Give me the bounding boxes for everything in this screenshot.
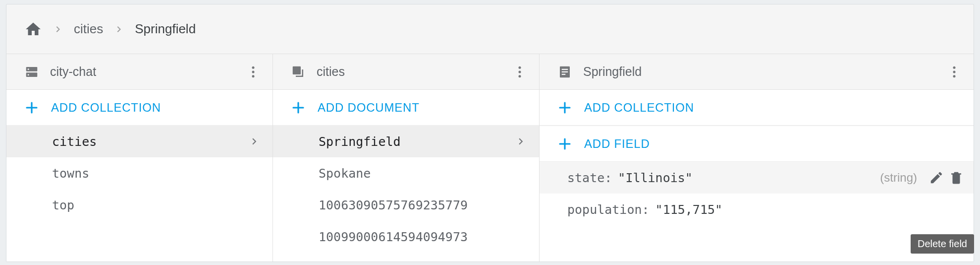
field-row[interactable]: state: "Illinois" (string) <box>540 162 974 194</box>
svg-point-17 <box>953 75 956 77</box>
edit-icon[interactable] <box>929 170 944 185</box>
list-item[interactable]: cities <box>6 126 272 157</box>
add-field-button[interactable]: ADD FIELD <box>540 126 974 162</box>
list-item-label: Spokane <box>319 166 371 181</box>
svg-rect-7 <box>293 66 301 74</box>
document-icon <box>557 65 572 79</box>
list-item-label: 10063090575769235779 <box>319 198 468 212</box>
list-item[interactable]: 10063090575769235779 <box>273 189 539 221</box>
home-icon[interactable] <box>24 20 42 38</box>
field-type: (string) <box>880 171 917 185</box>
chevron-right-icon <box>113 23 125 35</box>
svg-rect-12 <box>562 68 568 69</box>
document-panel: Springfield ADD COLLECTION ADD FIELD sta… <box>540 54 974 262</box>
plus-icon <box>291 100 306 115</box>
svg-point-3 <box>28 74 29 75</box>
more-vert-icon[interactable] <box>512 65 527 79</box>
svg-point-2 <box>28 68 29 69</box>
collection-list: cities towns top <box>6 126 272 221</box>
field-key: state: <box>567 171 612 185</box>
collection-icon <box>291 65 306 79</box>
plus-icon <box>557 100 572 115</box>
svg-point-5 <box>252 70 255 73</box>
list-item[interactable]: top <box>6 189 272 221</box>
chevron-right-icon <box>248 135 261 148</box>
list-item[interactable]: Springfield <box>273 126 539 157</box>
svg-point-9 <box>519 70 521 73</box>
breadcrumb-document: Springfield <box>135 21 196 37</box>
add-collection-label: ADD COLLECTION <box>51 101 161 115</box>
field-value: "Illinois" <box>618 171 693 185</box>
add-document-button[interactable]: ADD DOCUMENT <box>273 90 539 126</box>
svg-point-6 <box>252 75 255 77</box>
svg-point-4 <box>252 66 255 68</box>
list-item[interactable]: towns <box>6 157 272 189</box>
collection-title: cities <box>317 65 512 79</box>
database-icon <box>24 65 39 79</box>
chevron-right-icon <box>52 23 64 35</box>
list-item[interactable]: Spokane <box>273 157 539 189</box>
chevron-right-icon <box>514 135 527 148</box>
plus-icon <box>557 136 572 151</box>
breadcrumb-collection[interactable]: cities <box>74 21 103 37</box>
svg-rect-13 <box>562 71 568 72</box>
list-item-label: towns <box>52 166 89 181</box>
list-item-label: Springfield <box>319 134 401 149</box>
add-collection-button[interactable]: ADD COLLECTION <box>6 90 272 126</box>
add-document-label: ADD DOCUMENT <box>318 101 420 115</box>
svg-point-8 <box>519 66 521 68</box>
more-vert-icon[interactable] <box>947 65 962 79</box>
svg-point-10 <box>519 75 521 77</box>
svg-rect-14 <box>562 73 566 74</box>
list-item-label: 10099000614594094973 <box>319 230 468 244</box>
add-field-label: ADD FIELD <box>584 137 650 151</box>
field-row[interactable]: population: "115,715" <box>540 194 974 225</box>
plus-icon <box>24 100 39 115</box>
add-collection-button[interactable]: ADD COLLECTION <box>540 90 974 126</box>
add-collection-label: ADD COLLECTION <box>584 101 694 115</box>
root-title: city-chat <box>50 65 246 79</box>
delete-field-tooltip: Delete field <box>911 234 974 254</box>
collection-panel: cities ADD DOCUMENT Springfield Spokane <box>273 54 540 262</box>
delete-icon[interactable] <box>949 170 964 185</box>
svg-point-16 <box>953 70 956 73</box>
svg-point-15 <box>953 66 956 68</box>
list-item[interactable]: 10099000614594094973 <box>273 221 539 253</box>
more-vert-icon[interactable] <box>246 65 261 79</box>
field-key: population: <box>567 202 650 217</box>
breadcrumb: cities Springfield <box>6 4 974 54</box>
root-panel: city-chat ADD COLLECTION cities towns <box>6 54 273 262</box>
list-item-label: cities <box>52 134 97 149</box>
document-title: Springfield <box>583 65 947 79</box>
field-value: "115,715" <box>655 202 722 217</box>
document-list: Springfield Spokane 10063090575769235779… <box>273 126 539 253</box>
list-item-label: top <box>52 198 74 212</box>
